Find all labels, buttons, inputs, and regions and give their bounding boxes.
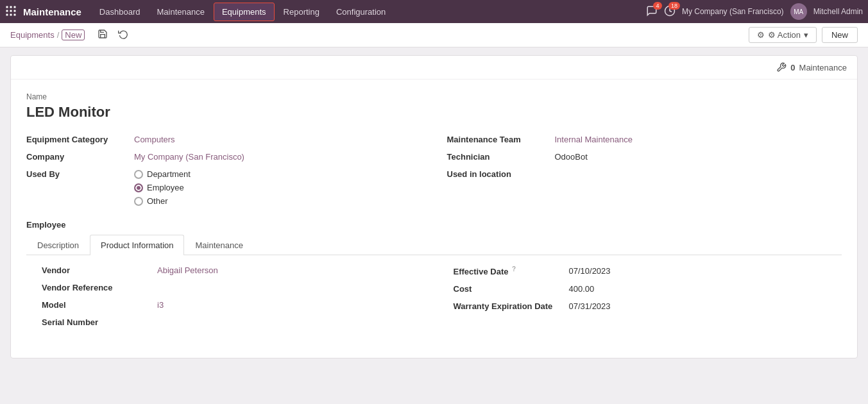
tabs: Description Product Information Maintena… (26, 235, 842, 255)
equipment-category-field: Equipment Category Computers (26, 133, 421, 144)
radio-employee-label: Employee (147, 183, 184, 192)
employee-section-title: Employee (26, 220, 842, 230)
effective-date-field: Effective Date ? 07/10/2023 (454, 265, 827, 276)
svg-rect-6 (6, 13, 8, 15)
serial-number-label: Serial Number (42, 317, 157, 327)
svg-rect-3 (6, 10, 8, 12)
vendor-label: Vendor (42, 265, 157, 275)
used-by-field: Used By Department Employee (26, 168, 421, 206)
cost-label: Cost (454, 284, 569, 294)
toolbar: Equipments / New ⚙ ⚙ Action ▾ New (0, 23, 868, 47)
radio-other-label: Other (147, 196, 168, 206)
radio-other[interactable]: Other (134, 196, 191, 206)
radio-other-circle (134, 197, 143, 206)
svg-rect-1 (10, 6, 12, 8)
company-field: Company My Company (San Francisco) (26, 151, 421, 162)
updates-icon-button[interactable]: 18 (664, 5, 676, 19)
used-in-location-label: Used in location (447, 168, 550, 179)
company-value[interactable]: My Company (San Francisco) (134, 151, 244, 162)
radio-department-circle (134, 170, 143, 179)
tab-product-information[interactable]: Product Information (90, 235, 184, 255)
maintenance-label: Maintenance (799, 63, 847, 72)
model-value[interactable]: i3 (157, 300, 164, 310)
technician-label: Technician (447, 151, 550, 162)
equipment-form-card: 0 Maintenance Name LED Monitor Equipment… (10, 55, 858, 358)
tab-maintenance[interactable]: Maintenance (184, 235, 253, 255)
equipment-category-value[interactable]: Computers (134, 133, 175, 144)
company-label: Company (26, 151, 129, 162)
user-avatar[interactable]: MA (790, 3, 807, 20)
tab-content-product-information: Vendor Abigail Peterson Vendor Reference… (26, 255, 842, 345)
card-header: 0 Maintenance (11, 56, 857, 80)
nav-links: Dashboard Maintenance Equipments Reporti… (92, 3, 646, 21)
svg-rect-5 (14, 10, 16, 12)
radio-department[interactable]: Department (134, 169, 191, 179)
product-info-left: Vendor Abigail Peterson Vendor Reference… (42, 265, 415, 335)
app-title: Maintenance (23, 6, 81, 17)
used-by-radio-group: Department Employee Other (134, 168, 191, 206)
user-name: Mitchell Admin (813, 7, 863, 16)
radio-employee[interactable]: Employee (134, 183, 191, 192)
warranty-expiration-field: Warranty Expiration Date 07/31/2023 (454, 301, 827, 311)
action-button-label: ⚙ Action (768, 30, 801, 40)
gear-icon: ⚙ (757, 30, 765, 40)
maintenance-count: 0 (790, 63, 795, 72)
wrench-icon (776, 62, 787, 72)
effective-date-value[interactable]: 07/10/2023 (569, 266, 611, 276)
form-right-col: Maintenance Team Internal Maintenance Te… (447, 133, 842, 212)
equipment-category-label: Equipment Category (26, 133, 129, 144)
model-field: Model i3 (42, 300, 415, 310)
maintenance-widget-button[interactable]: 0 Maintenance (776, 62, 847, 72)
chevron-down-icon: ▾ (804, 30, 808, 40)
name-label: Name (26, 92, 842, 101)
equipment-name[interactable]: LED Monitor (26, 104, 842, 121)
technician-field: Technician OdooBot (447, 151, 842, 162)
vendor-reference-label: Vendor Reference (42, 283, 157, 292)
breadcrumb-current: New (62, 29, 85, 40)
breadcrumb-separator: / (57, 30, 60, 40)
product-info-row: Vendor Abigail Peterson Vendor Reference… (42, 265, 826, 335)
technician-value[interactable]: OdooBot (555, 151, 588, 162)
save-manually-button[interactable] (95, 28, 110, 43)
action-button[interactable]: ⚙ ⚙ Action ▾ (749, 27, 817, 43)
used-by-label: Used By (26, 168, 129, 179)
messages-icon-button[interactable]: 4 (646, 5, 658, 19)
svg-rect-7 (10, 13, 12, 15)
form-main-row: Equipment Category Computers Company My … (26, 133, 842, 212)
maintenance-team-value[interactable]: Internal Maintenance (555, 133, 633, 144)
maintenance-team-label: Maintenance Team (447, 133, 550, 144)
cost-value[interactable]: 400.00 (569, 284, 595, 294)
nav-dashboard[interactable]: Dashboard (92, 3, 148, 21)
nav-equipments[interactable]: Equipments (214, 3, 275, 21)
messages-badge: 4 (653, 2, 662, 10)
svg-rect-0 (6, 6, 8, 8)
warranty-expiration-label: Warranty Expiration Date (454, 301, 569, 311)
cost-field: Cost 400.00 (454, 284, 827, 294)
breadcrumb: Equipments / New (10, 29, 85, 40)
vendor-value[interactable]: Abigail Peterson (157, 265, 218, 275)
toolbar-icons (95, 28, 131, 43)
vendor-field: Vendor Abigail Peterson (42, 265, 415, 275)
svg-rect-2 (14, 6, 16, 8)
new-button[interactable]: New (822, 27, 858, 43)
breadcrumb-parent[interactable]: Equipments (10, 30, 55, 40)
apps-menu-button[interactable] (5, 5, 17, 19)
main-content: 0 Maintenance Name LED Monitor Equipment… (0, 47, 868, 366)
svg-rect-8 (14, 13, 16, 15)
warranty-expiration-value[interactable]: 07/31/2023 (569, 301, 611, 311)
form-body: Name LED Monitor Equipment Category Comp… (11, 80, 857, 358)
nav-maintenance[interactable]: Maintenance (149, 3, 212, 21)
top-nav: Maintenance Dashboard Maintenance Equipm… (0, 0, 868, 23)
tab-description[interactable]: Description (26, 235, 90, 255)
maintenance-team-field: Maintenance Team Internal Maintenance (447, 133, 842, 144)
nav-configuration[interactable]: Configuration (328, 3, 393, 21)
nav-reporting[interactable]: Reporting (276, 3, 327, 21)
updates-badge: 18 (668, 2, 680, 10)
used-in-location-field: Used in location (447, 168, 842, 179)
svg-rect-4 (10, 10, 12, 12)
radio-department-label: Department (147, 169, 191, 179)
discard-button[interactable] (115, 28, 131, 43)
effective-date-label: Effective Date ? (454, 265, 569, 276)
nav-right: 4 18 My Company (San Francisco) MA Mitch… (646, 3, 863, 20)
serial-number-field: Serial Number (42, 317, 415, 327)
